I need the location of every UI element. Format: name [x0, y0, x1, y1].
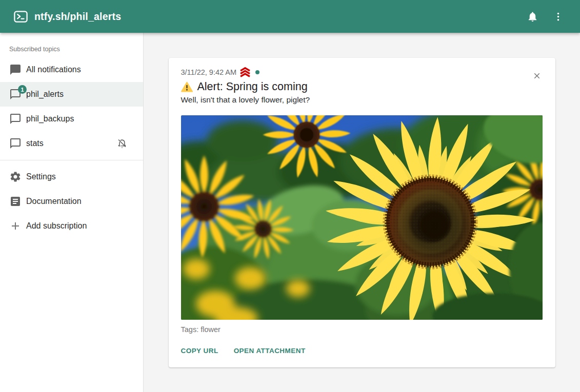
- attachment-image[interactable]: [181, 115, 543, 320]
- notifications-bell-button[interactable]: [522, 6, 543, 27]
- notification-card: 3/11/22, 9:42 AM Alert: Spring is coming…: [169, 58, 555, 367]
- chat-bubble-outline-icon: [9, 113, 22, 125]
- sidebar-item-label: phil_backups: [26, 114, 74, 123]
- sidebar-item-label: Add subscription: [26, 221, 87, 231]
- sidebar-item-phil-backups[interactable]: phil_backups: [0, 107, 143, 131]
- notification-message: Well, isn't that a lovely flower, piglet…: [181, 95, 543, 105]
- notification-title-row: Alert: Spring is coming: [181, 80, 543, 93]
- chat-bubble-outline-icon: [9, 137, 22, 150]
- max-priority-icon: [239, 67, 251, 77]
- close-icon: [532, 71, 542, 80]
- subscribed-topics-label: Subscribed topics: [0, 33, 143, 57]
- chat-bubble-filled-icon: [9, 64, 22, 76]
- more-vert-icon: [553, 11, 564, 22]
- notifications-muted-icon: [116, 138, 128, 149]
- sidebar-item-stats[interactable]: stats: [0, 131, 143, 156]
- sidebar-item-label: Documentation: [26, 197, 82, 206]
- sidebar-divider: [0, 160, 143, 160]
- sidebar: Subscribed topics All notifications 1 ph…: [0, 33, 144, 392]
- copy-url-button[interactable]: COPY URL: [181, 344, 218, 357]
- sidebar-item-documentation[interactable]: Documentation: [0, 189, 143, 214]
- overflow-menu-button[interactable]: [547, 6, 569, 27]
- unread-count-badge: 1: [18, 85, 27, 94]
- ntfy-terminal-logo-icon: [14, 11, 28, 23]
- sidebar-item-label: Settings: [26, 172, 56, 181]
- notification-tags: Tags: flower: [181, 325, 543, 334]
- open-attachment-button[interactable]: OPEN ATTACHMENT: [234, 344, 306, 357]
- plus-icon: [9, 220, 22, 232]
- chat-bubble-outline-icon: 1: [9, 88, 22, 100]
- main-content: 3/11/22, 9:42 AM Alert: Spring is coming…: [144, 33, 580, 392]
- unread-dot-icon: [255, 70, 259, 74]
- close-notification-button[interactable]: [531, 70, 543, 81]
- gear-icon: [9, 171, 22, 183]
- app-title: ntfy.sh/phil_alerts: [34, 11, 121, 23]
- notification-title: Alert: Spring is coming: [197, 80, 308, 93]
- sidebar-item-phil-alerts[interactable]: 1 phil_alerts: [0, 82, 143, 107]
- warning-icon: [181, 81, 193, 92]
- sidebar-item-label: phil_alerts: [26, 90, 64, 99]
- sidebar-item-settings[interactable]: Settings: [0, 164, 143, 189]
- article-icon: [9, 195, 22, 208]
- app-bar: ntfy.sh/phil_alerts: [0, 0, 580, 33]
- sidebar-item-label: stats: [26, 139, 44, 148]
- sidebar-item-all-notifications[interactable]: All notifications: [0, 57, 143, 82]
- sidebar-item-add-subscription[interactable]: Add subscription: [0, 214, 143, 238]
- sidebar-item-label: All notifications: [26, 65, 81, 74]
- notification-meta: 3/11/22, 9:42 AM: [181, 67, 543, 77]
- notification-actions: COPY URL OPEN ATTACHMENT: [181, 344, 543, 357]
- bell-icon: [527, 11, 538, 23]
- notification-timestamp: 3/11/22, 9:42 AM: [181, 68, 237, 76]
